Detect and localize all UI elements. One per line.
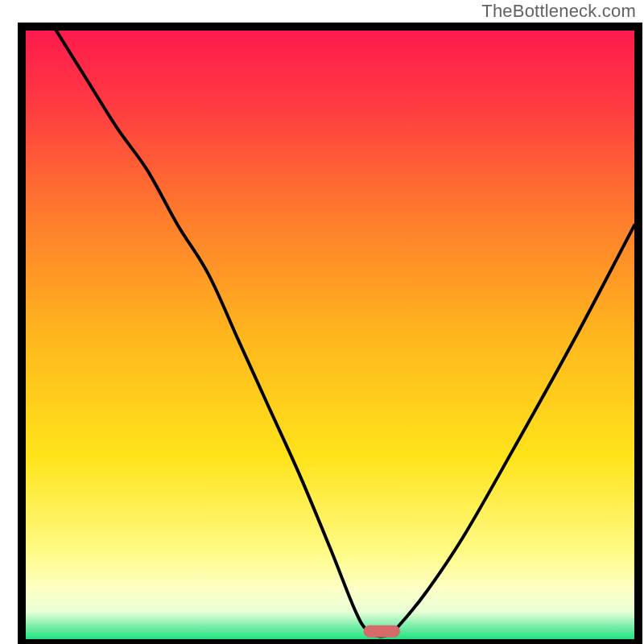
optimal-range-marker — [364, 625, 400, 638]
plot-frame — [18, 23, 642, 644]
bottleneck-chart — [26, 31, 634, 639]
attribution-text: TheBottleneck.com — [481, 1, 636, 22]
